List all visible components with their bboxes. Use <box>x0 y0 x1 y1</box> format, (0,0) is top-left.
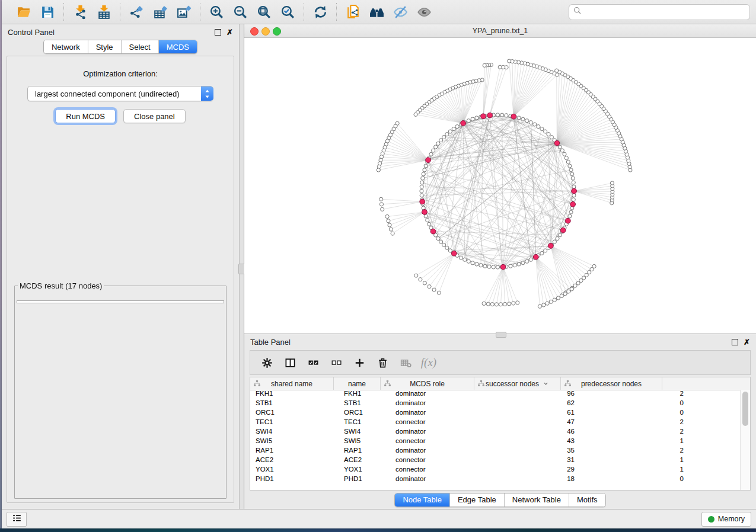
export-image-icon <box>177 5 192 20</box>
dropdown-stepper-icon <box>201 86 213 101</box>
refresh-icon <box>313 5 328 20</box>
sort-indicator-icon[interactable] <box>543 380 549 387</box>
close-panel-icon[interactable]: ✗ <box>227 28 233 36</box>
zoom-selected-button[interactable] <box>277 2 298 21</box>
table-row[interactable]: SWI5SWI5connector431 <box>250 437 741 447</box>
column-label: name <box>348 380 366 388</box>
eye-icon <box>417 5 432 20</box>
table-row[interactable]: RAP1RAP1dominator352 <box>250 447 741 456</box>
table-row[interactable]: FKH1FKH1dominator962 <box>250 390 741 399</box>
first-neighbors-button[interactable] <box>366 2 387 21</box>
import-network-icon <box>73 5 88 20</box>
close-table-panel-icon[interactable]: ✗ <box>744 338 750 346</box>
table-scrollbar-thumb[interactable] <box>742 392 748 426</box>
delete-column-button[interactable] <box>373 354 392 371</box>
network-canvas[interactable] <box>244 38 756 334</box>
table-cell: 43 <box>489 437 583 447</box>
search-field[interactable] <box>569 4 750 20</box>
hide-selected-button[interactable] <box>390 2 411 21</box>
column-label: predecessor nodes <box>581 380 642 388</box>
mcds-result-list[interactable]: PHD1CAR1STP4TID3YOX1SWI4SRD1PMA2FKH1ACE2… <box>17 300 224 303</box>
run-mcds-button[interactable]: Run MCDS <box>55 109 116 123</box>
tab-motifs[interactable]: Motifs <box>569 493 605 507</box>
node-table: shared namenameMCDS rolesuccessor nodesp… <box>250 377 751 491</box>
task-history-button[interactable] <box>7 512 27 527</box>
table-row[interactable]: ORC1ORC1dominator610 <box>250 409 741 418</box>
memory-button[interactable]: Memory <box>701 512 751 527</box>
table-cell: ACE2 <box>250 456 339 466</box>
show-all-button[interactable] <box>413 2 435 21</box>
close-mcds-panel-button[interactable]: Close panel <box>123 109 186 123</box>
table-cell: 46 <box>489 428 583 437</box>
window-close-button[interactable] <box>250 27 259 36</box>
table-cell: connector <box>390 456 489 466</box>
tab-style[interactable]: Style <box>88 40 122 53</box>
share-document-icon <box>346 5 361 20</box>
float-table-panel-icon[interactable] <box>732 339 738 345</box>
table-scrollbar[interactable] <box>740 390 750 490</box>
tab-mcds[interactable]: MCDS <box>159 40 197 53</box>
table-cell: TEC1 <box>250 418 339 428</box>
save-session-button[interactable] <box>37 2 58 21</box>
column-label: successor nodes <box>486 380 539 388</box>
task-list-icon <box>12 513 22 525</box>
table-cell: 2 <box>583 390 692 399</box>
table-cell: dominator <box>390 447 489 456</box>
vertical-splitter[interactable] <box>239 24 244 509</box>
mcds-panel: Optimization criterion: largest connecte… <box>7 56 234 503</box>
search-icon <box>573 6 582 18</box>
network-graph <box>244 38 756 334</box>
table-row[interactable]: PHD1PHD1dominator180 <box>250 475 741 485</box>
tab-network[interactable]: Network <box>44 40 88 53</box>
delete-table-icon <box>400 357 412 368</box>
zoom-out-button[interactable] <box>229 2 251 21</box>
search-input[interactable] <box>585 6 746 18</box>
table-row[interactable]: YOX1YOX1connector291 <box>250 466 741 475</box>
folder-open-icon <box>17 5 31 20</box>
deselect-all-rows-button[interactable] <box>327 354 346 371</box>
zoom-selected-icon <box>280 5 295 20</box>
table-tabs: Node TableEdge TableNetwork TableMotifs <box>394 493 605 507</box>
table-row[interactable]: SWI4SWI4dominator462 <box>250 428 741 437</box>
window-minimize-button[interactable] <box>261 27 270 36</box>
column-header-shared-name[interactable]: shared name <box>250 377 334 390</box>
table-cell: RAP1 <box>250 447 339 456</box>
float-panel-icon[interactable] <box>215 29 221 36</box>
add-column-button[interactable] <box>350 354 369 371</box>
window-maximize-button[interactable] <box>273 27 281 36</box>
table-panel: Table Panel ✗ f(x) shared namenameMCDS r… <box>244 334 756 509</box>
export-network-icon <box>129 5 144 20</box>
tab-edge-table[interactable]: Edge Table <box>450 493 505 507</box>
select-all-rows-button[interactable] <box>304 354 323 371</box>
column-header-MCDS-role[interactable]: MCDS role <box>381 377 474 390</box>
column-header-predecessor-nodes[interactable]: predecessor nodes <box>561 377 662 390</box>
export-image-button[interactable] <box>173 2 194 21</box>
clone-network-button[interactable] <box>342 2 363 21</box>
column-header-name[interactable]: name <box>334 377 381 390</box>
table-cell: 29 <box>489 466 583 475</box>
export-table-button[interactable] <box>149 2 171 21</box>
zoom-fit-button[interactable] <box>253 2 275 21</box>
column-settings-button[interactable] <box>257 354 276 371</box>
network-window-titlebar: YPA_prune.txt_1 <box>244 24 756 38</box>
open-file-button[interactable] <box>13 2 34 21</box>
horizontal-splitter-handle[interactable] <box>496 332 506 338</box>
table-row[interactable]: ACE2ACE2connector311 <box>250 456 741 466</box>
table-cell: ORC1 <box>250 409 339 418</box>
zoom-in-button[interactable] <box>206 2 227 21</box>
criterion-dropdown[interactable]: largest connected component (undirected) <box>27 86 213 101</box>
import-network-button[interactable] <box>69 2 91 21</box>
table-cell: ORC1 <box>339 409 390 418</box>
import-table-button[interactable] <box>93 2 114 21</box>
tab-select[interactable]: Select <box>122 40 159 53</box>
refresh-view-button[interactable] <box>310 2 331 21</box>
network-view-window: YPA_prune.txt_1 <box>244 24 756 334</box>
mcds-result-item[interactable]: PHD1 <box>21 303 224 303</box>
tab-network-table[interactable]: Network Table <box>505 493 569 507</box>
tab-node-table[interactable]: Node Table <box>395 493 450 507</box>
column-header-successor-nodes[interactable]: successor nodes <box>474 377 561 390</box>
table-row[interactable]: TEC1TEC1connector472 <box>250 418 741 428</box>
export-network-button[interactable] <box>126 2 147 21</box>
toggle-panel-layout-button[interactable] <box>280 354 299 371</box>
table-row[interactable]: STB1STB1dominator620 <box>250 399 741 409</box>
